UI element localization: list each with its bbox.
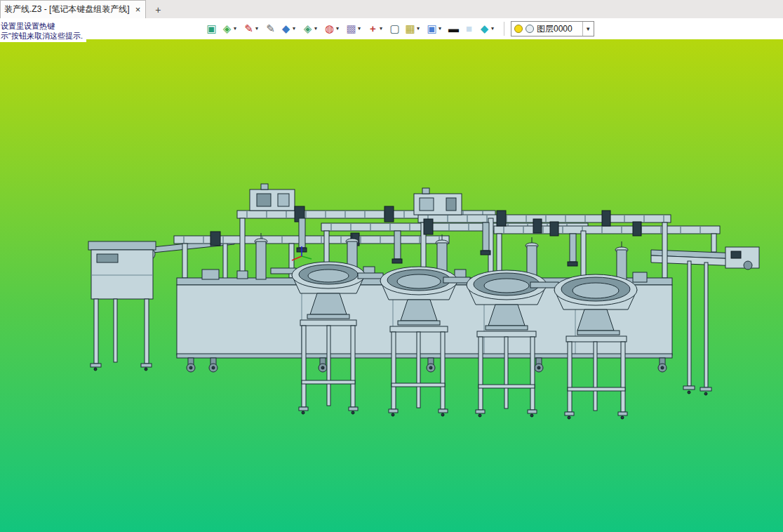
move-view-icon[interactable]: + [366,22,380,36]
chevron-down-icon[interactable]: ▾ [336,22,342,36]
chevron-down-icon[interactable]: ▾ [358,22,364,36]
shaded-display-icon[interactable]: ◆ [279,22,293,36]
toolbar-icons: ▣ ◈▾ ✎▾ ✎ ◆▾ ◈▾ ◍▾ ▩▾ +▾ ▢ ▦▾ ▣▾ ▬ ■ ◆▾ … [205,21,594,36]
toolbar-separator [504,22,504,36]
annotate-icon[interactable]: ✎ [242,22,255,36]
material-display-icon[interactable]: ◆ [478,22,491,36]
hint-line-2: 示"按钮来取消这些提示. [1,31,86,41]
tab-bar: 装产线.Z3 - [笔记本键盘组装产线] × + [0,0,783,18]
grid-display-icon[interactable]: ▦ [403,22,417,36]
gantry-tower-left [250,184,295,211]
layer-sphere-icon [526,25,534,33]
display-settings-icon[interactable]: ◈ [220,22,234,36]
close-icon[interactable]: × [135,5,141,14]
background-image-icon[interactable]: ▣ [425,22,439,36]
chevron-down-icon[interactable]: ▾ [491,22,497,36]
hint-text: 设置里设置热键 示"按钮来取消这些提示. [0,20,86,42]
wireframe-display-icon[interactable]: ◈ [301,22,314,36]
toolbar: 设置里设置热键 示"按钮来取消这些提示. ▣ ◈▾ ✎▾ ✎ ◆▾ ◈▾ ◍▾ … [0,18,783,39]
chevron-down-icon[interactable]: ▾ [293,22,299,36]
chevron-down-icon[interactable]: ▾ [417,22,423,36]
gantry-tower-right [414,188,462,215]
chevron-down-icon[interactable]: ▾ [234,22,240,36]
layer-combo[interactable]: 图层0000 ▼ [511,21,594,36]
machine-model [0,39,783,532]
lightbulb-icon[interactable] [514,25,523,33]
zoom-window-icon[interactable]: ▢ [388,22,401,36]
rotate-view-icon[interactable]: ◍ [323,22,336,36]
chevron-down-icon[interactable]: ▾ [314,22,321,36]
layer-combo-label: 图层0000 [537,23,580,35]
refresh-view-icon[interactable]: ▣ [205,22,218,36]
coordinate-triad [292,246,312,260]
hint-line-1: 设置里设置热键 [1,21,86,31]
erase-annotation-icon[interactable]: ✎ [264,22,277,36]
paper-color-icon[interactable]: ■ [462,22,476,36]
application-window: 装产线.Z3 - [笔记本键盘组装产线] × + 设置里设置热键 示"按钮来取消… [0,0,783,532]
chevron-down-icon[interactable]: ▾ [380,22,386,36]
chevron-down-icon[interactable]: ▼ [582,22,594,36]
document-tab[interactable]: 装产线.Z3 - [笔记本键盘组装产线] × [0,0,146,18]
new-tab-button[interactable]: + [149,4,167,18]
chevron-down-icon[interactable]: ▾ [255,22,262,36]
tab-title: 装产线.Z3 - [笔记本键盘组装产线] [4,4,130,15]
viewport[interactable] [0,39,783,532]
line-width-icon[interactable]: ▬ [447,22,460,36]
chevron-down-icon[interactable]: ▾ [439,22,445,36]
section-view-icon[interactable]: ▩ [344,22,358,36]
